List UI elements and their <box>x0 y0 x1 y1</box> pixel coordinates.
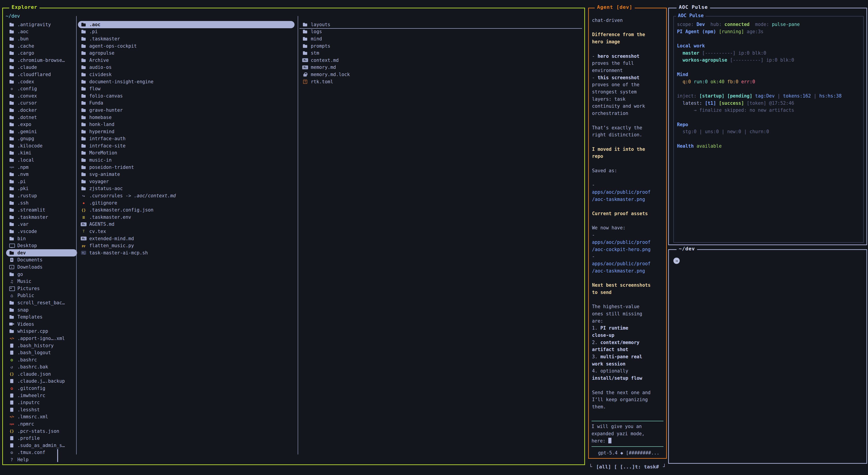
file-row[interactable]: ≡.taskmaster.env <box>78 213 294 221</box>
file-row[interactable]: .pi <box>6 178 77 185</box>
file-row[interactable]: .codex <box>6 78 77 85</box>
chat-history[interactable]: chat-driven Difference from thehero imag… <box>592 17 664 410</box>
file-row[interactable]: go <box>6 271 77 278</box>
file-row[interactable]: hypermind <box>78 128 294 135</box>
file-row[interactable]: .claude.j….backup <box>6 378 77 385</box>
file-row[interactable]: snap <box>6 306 77 314</box>
file-row[interactable]: pyflatten_music.py <box>78 242 294 249</box>
file-row[interactable]: ◆.gitignore <box>78 199 294 207</box>
file-row[interactable]: logs <box>300 28 582 35</box>
file-row[interactable]: .inputrc <box>6 399 77 406</box>
file-row[interactable]: memory.md.lock <box>300 71 582 78</box>
file-row[interactable]: {}.pcr-stats.json <box>6 428 77 435</box>
file-row[interactable]: .rustup <box>6 192 77 199</box>
file-row[interactable]: grave-hunter <box>78 107 294 114</box>
file-row[interactable]: {}.claude.json <box>6 370 77 378</box>
file-row[interactable]: agropulse <box>78 49 294 57</box>
file-row[interactable]: .gemini <box>6 128 77 135</box>
file-row[interactable]: .sudo_as_admin_s… <box>6 442 77 449</box>
file-row[interactable]: svg-animate <box>78 171 294 178</box>
file-row[interactable]: voyager <box>78 178 294 185</box>
scrollbar-thumb[interactable] <box>57 449 58 462</box>
file-row[interactable]: intrface-auth <box>78 135 294 142</box>
file-row[interactable]: npm.npmrc <box>6 420 77 428</box>
file-row[interactable]: Documents <box>6 257 77 264</box>
file-column-current[interactable]: .aoc.pi.taskmasteragent-ops-cockpitagrop… <box>78 21 294 257</box>
file-row[interactable]: .dotnet <box>6 114 77 121</box>
file-row[interactable]: flow <box>78 85 294 92</box>
file-row[interactable]: whisper.cpp <box>6 328 77 335</box>
file-row[interactable]: bin <box>6 235 77 242</box>
file-row[interactable]: homebase <box>78 114 294 121</box>
file-row[interactable]: .streamlit <box>6 206 77 213</box>
file-row[interactable]: .aoc <box>78 21 294 28</box>
file-row[interactable]: M↓memory.md <box>300 64 582 71</box>
file-row[interactable]: ?Help <box>6 456 77 463</box>
file-row[interactable]: .cargo <box>6 49 77 57</box>
file-row[interactable]: ♫Music <box>6 278 77 285</box>
file-row[interactable]: Funda <box>78 100 294 107</box>
file-row[interactable]: ⚙.bashrc <box>6 356 77 364</box>
file-row[interactable]: .taskmaster <box>78 35 294 42</box>
file-row[interactable]: zjstatus-aoc <box>78 185 294 192</box>
file-row[interactable]: .var <box>6 221 77 228</box>
file-row[interactable]: music-in <box>78 157 294 164</box>
file-row[interactable]: ↺.bashrc.bak <box>6 364 77 371</box>
file-row[interactable]: Pictures <box>6 285 77 292</box>
file-row[interactable]: .lesshst <box>6 406 77 413</box>
file-row[interactable]: .aoc <box>6 28 77 35</box>
chat-input-line[interactable]: I will give you an <box>592 423 663 430</box>
file-row[interactable]: layouts <box>300 21 582 28</box>
file-row[interactable]: .taskmaster <box>6 213 77 221</box>
file-row[interactable]: .convex <box>6 92 77 100</box>
file-row[interactable]: honk-land <box>78 121 294 128</box>
file-row[interactable]: .gnupg <box>6 135 77 142</box>
file-row[interactable]: audio-os <box>78 64 294 71</box>
file-column-preview[interactable]: layoutslogsmindpromptsstmM↓context.mdM↓m… <box>300 21 582 85</box>
file-row[interactable]: ↪.cursorrules -> .aoc/context.md <box>78 192 294 199</box>
file-row[interactable]: .kimi <box>6 149 77 157</box>
chat-input-line[interactable]: expanded yazi mode, <box>592 430 663 438</box>
chat-input[interactable]: I will give you anexpanded yazi mode,her… <box>592 423 663 444</box>
file-row[interactable]: .pi <box>78 28 294 35</box>
file-row[interactable]: .cache <box>6 42 77 50</box>
file-row[interactable]: M↓AGENTS.md <box>78 221 294 228</box>
file-row[interactable]: mind <box>300 35 582 42</box>
file-row[interactable]: ⚙.gitconfig <box>6 385 77 392</box>
file-row[interactable]: document-insight-engine <box>78 78 294 85</box>
file-row[interactable]: .cursor <box>6 100 77 107</box>
file-row[interactable]: .pki <box>6 185 77 192</box>
file-row[interactable]: folio-canvas <box>78 92 294 100</box>
file-row[interactable]: prompts <box>300 42 582 50</box>
file-row[interactable]: >_task-master-ai-mcp.sh <box>78 249 294 257</box>
file-row[interactable]: npm.npm <box>6 164 77 171</box>
file-row[interactable]: .expo <box>6 121 77 128</box>
file-row[interactable]: .antigravity <box>6 21 77 28</box>
file-row[interactable]: .kilocode <box>6 142 77 149</box>
file-row[interactable]: </>.apport-igno….xml <box>6 335 77 342</box>
file-row[interactable]: agent-ops-cockpit <box>78 42 294 50</box>
file-row[interactable]: intrface-site <box>78 142 294 149</box>
file-row[interactable]: MoreMotion <box>78 149 294 157</box>
file-row[interactable]: M↓context.md <box>300 57 582 64</box>
file-row[interactable]: .bun <box>6 35 77 42</box>
file-row[interactable]: dev <box>6 249 77 257</box>
file-row[interactable]: .imwheelrc <box>6 392 77 399</box>
file-row[interactable]: Tcv.tex <box>78 228 294 235</box>
file-row[interactable]: poseidon-trident <box>78 164 294 171</box>
file-row[interactable]: .bash_history <box>6 342 77 349</box>
file-row[interactable]: {}.taskmaster.config.json <box>78 206 294 213</box>
terminal-prompt[interactable]: → <box>673 258 680 264</box>
file-row[interactable]: ⚙.config <box>6 85 77 92</box>
file-row[interactable]: .local <box>6 157 77 164</box>
file-row[interactable]: .cloudflared <box>6 71 77 78</box>
file-row[interactable]: stm <box>300 49 582 57</box>
file-row[interactable]: .docker <box>6 107 77 114</box>
file-row[interactable]: Desktop <box>6 242 77 249</box>
file-row[interactable]: .claude <box>6 64 77 71</box>
file-row[interactable]: .ssh <box>6 199 77 207</box>
file-row[interactable]: .nvm <box>6 171 77 178</box>
file-row[interactable]: cividesk <box>78 71 294 78</box>
file-row[interactable]: Archive <box>78 57 294 64</box>
file-row[interactable]: .chromium-browse… <box>6 57 77 64</box>
